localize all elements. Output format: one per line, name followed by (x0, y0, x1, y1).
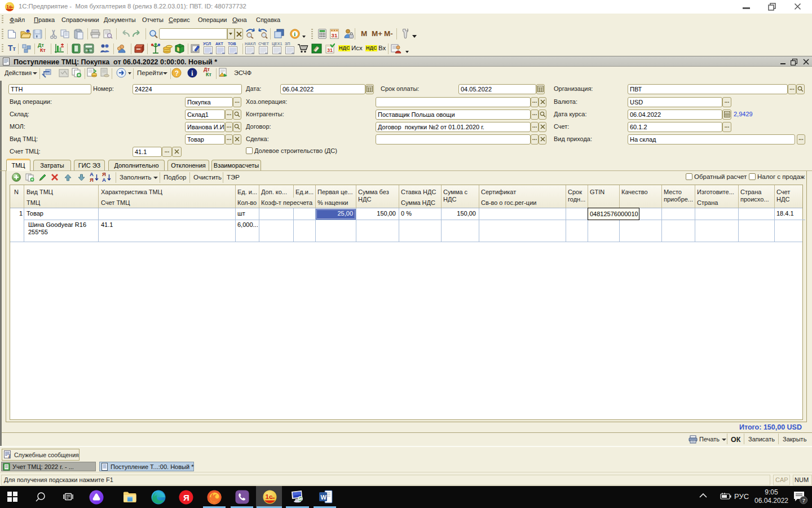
svg-text:i: i (294, 31, 295, 37)
svg-text:i: i (191, 69, 193, 77)
svg-text:7: 7 (802, 497, 805, 503)
svg-text:1с: 1с (6, 4, 12, 10)
svg-text:W: W (321, 494, 327, 501)
svg-text:1с: 1с (266, 493, 273, 500)
svg-text:Я: Я (183, 493, 189, 502)
svg-text:?: ? (175, 69, 179, 77)
svg-text:31: 31 (327, 47, 333, 53)
svg-text:$: $ (87, 49, 90, 53)
svg-text:i: i (8, 453, 10, 459)
svg-text:31: 31 (332, 32, 338, 38)
